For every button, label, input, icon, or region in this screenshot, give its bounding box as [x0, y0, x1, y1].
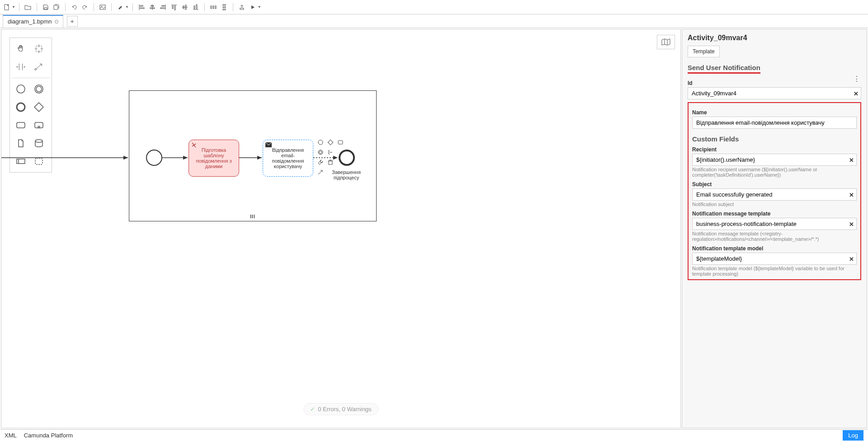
clear-icon[interactable]: ✕ [849, 255, 854, 262]
clear-icon[interactable]: ✕ [854, 90, 859, 97]
unsaved-indicator-icon [55, 20, 58, 23]
svg-rect-14 [172, 6, 173, 9]
kebab-menu-icon[interactable]: ⋮ [853, 75, 860, 83]
svg-point-58 [319, 151, 322, 154]
svg-point-40 [17, 103, 25, 111]
svg-rect-42 [17, 122, 25, 128]
clear-icon[interactable]: ✕ [849, 220, 854, 227]
task-label: Відправлення email-повідомлення користув… [266, 147, 310, 169]
custom-fields-heading: Custom Fields [692, 135, 857, 143]
separator [94, 3, 94, 11]
footer-xml[interactable]: XML [5, 432, 17, 439]
align-center-icon[interactable] [147, 2, 157, 12]
add-tab-button[interactable]: + [67, 16, 78, 27]
model-input[interactable] [692, 253, 857, 265]
svg-rect-28 [240, 8, 244, 9]
separator [19, 3, 19, 11]
save-icon[interactable] [41, 2, 51, 12]
data-store-tool[interactable] [30, 134, 48, 152]
svg-rect-20 [194, 6, 195, 9]
image-icon[interactable] [98, 2, 108, 12]
start-event[interactable] [146, 150, 162, 166]
color-dropdown[interactable]: ▼ [125, 5, 129, 9]
template-name: Send User Notification [688, 64, 760, 74]
align-top-icon[interactable] [169, 2, 179, 12]
svg-rect-41 [34, 103, 43, 112]
subject-hint: Notification subject [692, 202, 857, 207]
id-input[interactable] [688, 87, 861, 99]
align-middle-icon[interactable] [180, 2, 190, 12]
align-right-icon[interactable] [158, 2, 168, 12]
svg-rect-5 [140, 5, 143, 6]
pool-tool[interactable] [12, 152, 30, 170]
new-file-dropdown[interactable]: ▼ [12, 5, 15, 9]
separator [132, 3, 133, 11]
svg-rect-22 [211, 6, 212, 9]
align-bottom-icon[interactable] [191, 2, 201, 12]
svg-rect-6 [140, 8, 144, 9]
group-tool[interactable] [30, 152, 48, 170]
svg-rect-59 [329, 161, 332, 164]
log-button[interactable]: Log [843, 430, 863, 441]
data-object-tool[interactable] [12, 134, 30, 152]
lasso-tool[interactable] [30, 40, 48, 58]
end-event-tool[interactable] [12, 98, 30, 116]
clear-icon[interactable]: ✕ [849, 191, 854, 198]
cp-connect-icon[interactable] [316, 168, 325, 177]
svg-rect-23 [213, 6, 214, 9]
new-file-icon[interactable] [2, 2, 12, 12]
task-prepare-template[interactable]: Підготовка шаблону повідомлення з даними [189, 140, 239, 177]
svg-rect-1 [44, 8, 47, 9]
distribute-v-icon[interactable] [219, 2, 229, 12]
svg-rect-26 [223, 7, 226, 8]
intermediate-event-tool[interactable] [30, 80, 48, 98]
context-pad [316, 138, 348, 177]
distribute-h-icon[interactable] [208, 2, 218, 12]
cp-gateway-icon[interactable] [326, 138, 335, 147]
tmpl-input[interactable] [692, 218, 857, 230]
svg-rect-12 [160, 8, 165, 9]
separator [204, 3, 205, 11]
task-tool[interactable] [12, 116, 30, 134]
pool-handle-icon[interactable]: III [250, 214, 255, 219]
palette [9, 38, 52, 173]
cp-intermediate-icon[interactable] [316, 148, 325, 157]
minimap-toggle[interactable] [657, 35, 675, 49]
name-input[interactable] [692, 117, 857, 129]
check-icon: ✓ [310, 406, 315, 413]
start-event-tool[interactable] [12, 80, 30, 98]
redo-icon[interactable] [80, 2, 90, 12]
cp-text-icon[interactable] [326, 148, 335, 157]
canvas[interactable]: III Підготовка шаблону повідомлення з да… [1, 29, 681, 428]
svg-rect-24 [215, 6, 216, 9]
lint-status[interactable]: ✓ 0 Errors, 0 Warnings [303, 403, 378, 415]
cp-task-icon[interactable] [336, 138, 345, 147]
deploy-icon[interactable] [237, 2, 247, 12]
run-dropdown[interactable]: ▼ [258, 5, 261, 9]
align-left-icon[interactable] [137, 2, 146, 12]
undo-icon[interactable] [69, 2, 79, 12]
tab-label: diagram_1.bpmn [8, 18, 52, 25]
properties-panel: Activity_09mvar4 Template Send User Noti… [682, 29, 867, 428]
recipient-input[interactable] [692, 154, 857, 166]
subject-input[interactable] [692, 188, 857, 201]
save-all-icon[interactable] [52, 2, 61, 12]
task-label: Підготовка шаблону повідомлення з даними [192, 147, 236, 169]
open-icon[interactable] [23, 2, 33, 12]
task-send-email[interactable]: Відправлення email-повідомлення користув… [263, 140, 313, 177]
gateway-tool[interactable] [30, 98, 48, 116]
connect-tool[interactable] [30, 58, 48, 76]
clear-icon[interactable]: ✕ [849, 156, 854, 163]
hand-tool[interactable] [12, 40, 30, 58]
cp-event-icon[interactable] [316, 138, 325, 147]
cp-trash-icon[interactable] [326, 158, 335, 167]
footer-platform[interactable]: Camunda Platform [24, 432, 73, 439]
cp-wrench-icon[interactable] [316, 158, 325, 167]
color-icon[interactable] [115, 2, 125, 12]
diagram-tab[interactable]: diagram_1.bpmn [3, 15, 63, 28]
subprocess-tool[interactable] [30, 116, 48, 134]
run-icon[interactable] [248, 2, 258, 12]
space-tool[interactable] [12, 58, 30, 76]
tab-template[interactable]: Template [688, 46, 720, 57]
top-toolbar: ▼ ▼ ▼ [0, 0, 868, 14]
